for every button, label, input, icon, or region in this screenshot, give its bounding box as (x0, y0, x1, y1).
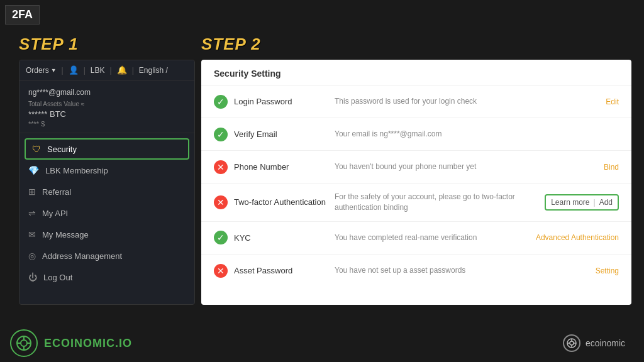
row-desc-two-factor: For the safety of your account, please g… (335, 192, 538, 213)
row-name-two-factor: Two-factor Authentication (234, 197, 335, 207)
row-desc-login-password: This password is used for your login che… (335, 96, 599, 107)
security-row-two-factor: ✕ Two-factor Authentication For the safe… (201, 184, 631, 222)
tfa-action-group: Learn more | Add (545, 194, 619, 211)
status-icon-phone-number: ✕ (214, 160, 228, 174)
security-header: Security Setting (201, 60, 631, 85)
my-api-icon: ⇌ (28, 208, 36, 218)
row-desc-phone-number: You haven't bound your phone number yet (335, 162, 597, 172)
sidebar-item-address-management[interactable]: ◎ Address Management (19, 245, 194, 266)
status-icon-login-password: ✓ (214, 95, 228, 109)
security-row-phone-number: ✕ Phone Number You haven't bound your ph… (201, 151, 631, 184)
row-name-verify-email: Verify Email (234, 129, 335, 139)
status-icon-asset-password: ✕ (214, 264, 228, 278)
row-desc-asset-password: You have not set up a asset passwords (335, 265, 589, 276)
row-desc-verify-email: Your email is ng****@gmail.com (335, 129, 619, 140)
action-login-password[interactable]: Edit (606, 97, 619, 106)
sidebar-item-my-api[interactable]: ⇌ My API (19, 202, 194, 224)
logo-right: ecoinomic (563, 334, 625, 352)
action-phone-number[interactable]: Bind (604, 163, 619, 172)
action-kyc[interactable]: Advanced Authentication (536, 233, 619, 242)
row-name-asset-password: Asset Password (234, 266, 335, 275)
step1-panel: Orders ▼ | 👤 | LBK | 🔔 | English / ng***… (19, 60, 195, 305)
security-icon: 🛡 (32, 144, 41, 154)
language-selector[interactable]: English / (139, 66, 168, 75)
lbk-membership-icon: 💎 (28, 165, 39, 175)
status-icon-kyc: ✓ (214, 231, 228, 244)
orders-button[interactable]: Orders ▼ (26, 66, 57, 75)
row-name-phone-number: Phone Number (234, 162, 335, 172)
status-icon-two-factor: ✕ (214, 195, 228, 209)
logo-icon-right (563, 334, 580, 352)
user-info: ng****@gmail.com Total Assets Value ≈ **… (19, 80, 194, 133)
step2-label: STEP 2 (201, 35, 261, 54)
sidebar-item-my-message[interactable]: ✉ My Message (19, 224, 194, 245)
status-icon-verify-email: ✓ (214, 128, 228, 141)
sidebar-label-my-api: My API (42, 209, 68, 218)
logo-text-left: ECOINOMIC.IO (44, 337, 132, 350)
logo-left: ECOINOMIC.IO (10, 329, 132, 357)
learn-more-button[interactable]: Learn more (551, 198, 589, 207)
sidebar-item-log-out[interactable]: ⏻ Log Out (19, 266, 194, 288)
usd-value: **** $ (28, 120, 186, 128)
security-row-asset-password: ✕ Asset Password You have not set up a a… (201, 255, 631, 287)
security-row-kyc: ✓ KYC You have completed real-name verif… (201, 222, 631, 255)
my-message-icon: ✉ (28, 229, 36, 239)
topbar: Orders ▼ | 👤 | LBK | 🔔 | English / (19, 60, 194, 80)
coin-label: LBK (91, 66, 105, 75)
logo-icon-left (10, 329, 38, 357)
step1-label: STEP 1 (19, 35, 79, 54)
svg-point-1 (21, 340, 27, 346)
address-management-icon: ◎ (28, 251, 36, 261)
sidebar-label-address-management: Address Management (42, 251, 122, 261)
orders-dropdown-arrow: ▼ (51, 67, 57, 74)
assets-label: Total Assets Value ≈ (28, 101, 186, 107)
sidebar-item-referral[interactable]: ⊞ Referral (19, 181, 194, 202)
btc-value: ****** BTC (28, 109, 186, 119)
security-rows: ✓ Login Password This password is used f… (201, 85, 631, 287)
sidebar-item-security[interactable]: 🛡 Security (25, 138, 189, 160)
security-row-login-password: ✓ Login Password This password is used f… (201, 85, 631, 118)
svg-point-7 (570, 341, 574, 345)
log-out-icon: ⏻ (28, 272, 37, 282)
security-row-verify-email: ✓ Verify Email Your email is ng****@gmai… (201, 118, 631, 151)
user-icon[interactable]: 👤 (69, 65, 79, 75)
row-name-kyc: KYC (234, 233, 335, 243)
badge-2fa: 2FA (5, 5, 40, 25)
user-email: ng****@gmail.com (28, 88, 186, 97)
row-desc-kyc: You have completed real-name verificatio… (335, 233, 530, 243)
bell-icon[interactable]: 🔔 (117, 65, 127, 75)
step2-panel: Security Setting ✓ Login Password This p… (201, 60, 631, 305)
sidebar-label-log-out: Log Out (43, 273, 72, 282)
sidebar-item-lbk-membership[interactable]: 💎 LBK Membership (19, 160, 194, 181)
logo-text-right: ecoinomic (586, 338, 625, 348)
sidebar-label-security: Security (47, 145, 77, 154)
sidebar-label-my-message: My Message (42, 230, 89, 239)
bottom-bar: ECOINOMIC.IO ecoinomic (0, 324, 644, 362)
add-button[interactable]: Add (599, 198, 613, 207)
sidebar-label-referral: Referral (42, 187, 71, 197)
action-asset-password[interactable]: Setting (596, 266, 619, 275)
sidebar-menu: 🛡 Security💎 LBK Membership⊞ Referral⇌ My… (19, 133, 194, 293)
referral-icon: ⊞ (28, 187, 36, 197)
row-name-login-password: Login Password (234, 97, 335, 106)
sidebar-label-lbk-membership: LBK Membership (45, 166, 108, 175)
